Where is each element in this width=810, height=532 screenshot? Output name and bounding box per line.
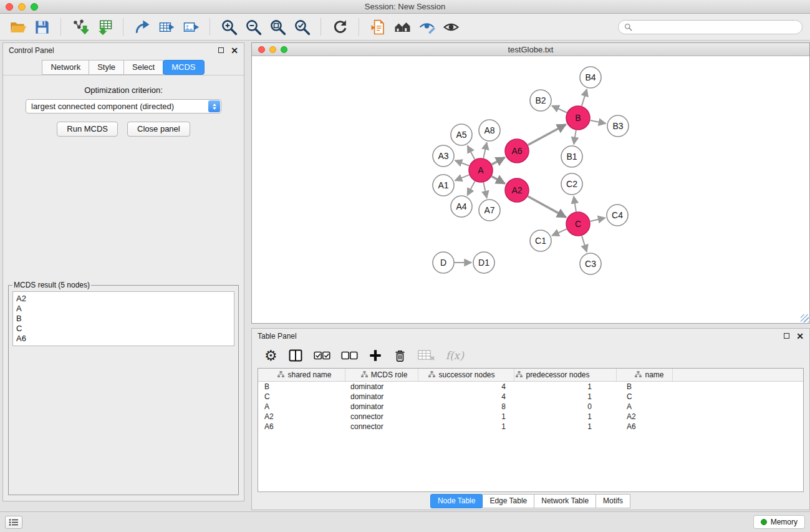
export-table-button[interactable] (157, 17, 176, 37)
tab-style[interactable]: Style (89, 60, 124, 75)
tab-edge-table[interactable]: Edge Table (482, 494, 534, 508)
tab-node-table[interactable]: Node Table (430, 494, 483, 508)
zoom-in-button[interactable] (219, 17, 239, 37)
mcds-result-item[interactable]: B (16, 314, 231, 324)
graph-edge-B-B1[interactable] (574, 130, 576, 145)
network-zoom-button[interactable] (281, 46, 287, 53)
column-header-shared-name[interactable]: shared name (258, 369, 345, 381)
deselect-all-button[interactable] (341, 351, 358, 360)
network-canvas[interactable]: B4B2BB3A8A5A6A3B1AC2A1A2A4A7C4CC1DD1C3 (252, 56, 809, 323)
task-history-button[interactable] (5, 516, 22, 529)
graph-edge-A-A4[interactable] (467, 181, 475, 196)
close-table-panel-icon[interactable]: ✕ (796, 333, 804, 339)
float-panel-icon[interactable] (218, 47, 224, 53)
graph-node-C1[interactable]: C1 (530, 230, 551, 251)
graph-edge-C-C4[interactable] (591, 218, 605, 221)
tab-mcds[interactable]: MCDS (163, 60, 204, 75)
table-row[interactable]: Adominator80A (258, 402, 803, 412)
zoom-fit-button[interactable] (268, 17, 287, 37)
minimize-window-button[interactable] (18, 3, 26, 11)
graph-node-A2[interactable]: A2 (505, 178, 529, 202)
network-minimize-button[interactable] (269, 46, 276, 53)
graph-edge-A-A8[interactable] (483, 143, 486, 158)
graph-edge-A-A1[interactable] (455, 175, 470, 180)
graph-node-A6[interactable]: A6 (505, 139, 529, 163)
table-row[interactable]: Bdominator41B (258, 382, 803, 392)
column-header-name[interactable]: name (617, 369, 673, 381)
column-header-mcds-role[interactable]: MCDS role (345, 369, 418, 381)
column-header-successor-nodes[interactable]: successor nodes (418, 369, 514, 381)
graph-edge-B-B2[interactable] (552, 106, 567, 113)
export-image-button[interactable] (181, 17, 201, 37)
annotation-mode-button[interactable] (417, 17, 436, 37)
show-columns-button[interactable] (288, 348, 303, 363)
delete-table-button[interactable] (418, 349, 435, 362)
session-report-button[interactable] (368, 17, 388, 37)
float-table-panel-icon[interactable] (784, 333, 789, 339)
run-mcds-button[interactable]: Run MCDS (57, 122, 118, 137)
tab-network[interactable]: Network (42, 60, 89, 75)
panel-splitter[interactable] (244, 42, 251, 511)
search-input[interactable] (635, 22, 796, 31)
graph-node-D1[interactable]: D1 (473, 252, 494, 273)
graph-edge-A6-B[interactable] (528, 125, 566, 145)
graph-node-C2[interactable]: C2 (561, 173, 582, 195)
graph-node-B4[interactable]: B4 (580, 67, 601, 88)
graph-edge-A2-C[interactable] (528, 196, 566, 218)
delete-column-button[interactable] (393, 349, 407, 363)
import-table-file-button[interactable] (94, 17, 114, 37)
graph-node-A3[interactable]: A3 (433, 145, 454, 167)
import-network-file-button[interactable] (70, 17, 90, 37)
graph-edge-A-A7[interactable] (483, 183, 486, 198)
table-row[interactable]: A6connector11A6 (258, 422, 803, 432)
mcds-result-item[interactable]: A6 (16, 334, 231, 344)
optimization-criterion-dropdown[interactable]: largest connected component (directed) (26, 99, 221, 114)
zoom-out-button[interactable] (243, 17, 263, 37)
tab-network-table[interactable]: Network Table (534, 494, 596, 508)
graph-edge-A-A3[interactable] (455, 160, 470, 166)
save-session-button[interactable] (32, 17, 52, 37)
close-panel-icon[interactable]: ✕ (231, 47, 238, 54)
graph-node-B2[interactable]: B2 (530, 90, 551, 111)
add-column-button[interactable] (369, 349, 382, 362)
graph-node-A8[interactable]: A8 (479, 120, 500, 141)
window-resize-handle[interactable] (801, 314, 809, 322)
graph-node-A4[interactable]: A4 (451, 196, 472, 217)
graph-node-D[interactable]: D (433, 252, 454, 273)
function-builder-button[interactable]: f(x) (446, 349, 464, 362)
graph-node-A7[interactable]: A7 (479, 200, 500, 221)
memory-button[interactable]: Memory (753, 515, 805, 529)
graph-node-B1[interactable]: B1 (561, 146, 582, 167)
graph-node-C[interactable]: C (566, 212, 590, 236)
graph-node-A1[interactable]: A1 (433, 175, 454, 196)
table-row[interactable]: Cdominator41C (258, 392, 803, 402)
graph-edge-A-A2[interactable] (492, 177, 505, 184)
graph-edge-A-A6[interactable] (492, 157, 505, 164)
graph-edge-C-C1[interactable] (552, 229, 567, 236)
table-settings-button[interactable]: ⚙ (264, 349, 277, 363)
graph-node-C4[interactable]: C4 (607, 205, 628, 226)
network-close-button[interactable] (258, 46, 265, 53)
graph-node-A[interactable]: A (469, 158, 493, 182)
graph-node-B[interactable]: B (566, 106, 590, 130)
graph-edge-C-C2[interactable] (574, 196, 576, 211)
mcds-result-item[interactable]: A (16, 304, 231, 314)
close-window-button[interactable] (6, 3, 13, 11)
graph-node-C3[interactable]: C3 (580, 253, 601, 274)
graph-node-A5[interactable]: A5 (451, 124, 472, 145)
graph-edge-C-C3[interactable] (582, 236, 587, 252)
graph-node-B3[interactable]: B3 (607, 115, 629, 137)
graph-edge-A-A5[interactable] (468, 146, 475, 160)
apply-layout-button[interactable] (330, 17, 350, 37)
table-row[interactable]: A2connector11A2 (258, 412, 803, 422)
mcds-result-item[interactable]: C (16, 324, 231, 334)
birds-eye-view-button[interactable] (441, 17, 461, 37)
tab-select[interactable]: Select (123, 60, 163, 75)
mcds-result-item[interactable]: A2 (16, 294, 231, 304)
open-session-button[interactable] (7, 17, 27, 37)
zoom-window-button[interactable] (31, 3, 38, 11)
graph-edge-B-B3[interactable] (591, 120, 606, 123)
horizontal-splitter[interactable] (251, 324, 810, 328)
show-all-views-button[interactable] (392, 17, 412, 37)
tab-motifs[interactable]: Motifs (595, 494, 630, 508)
